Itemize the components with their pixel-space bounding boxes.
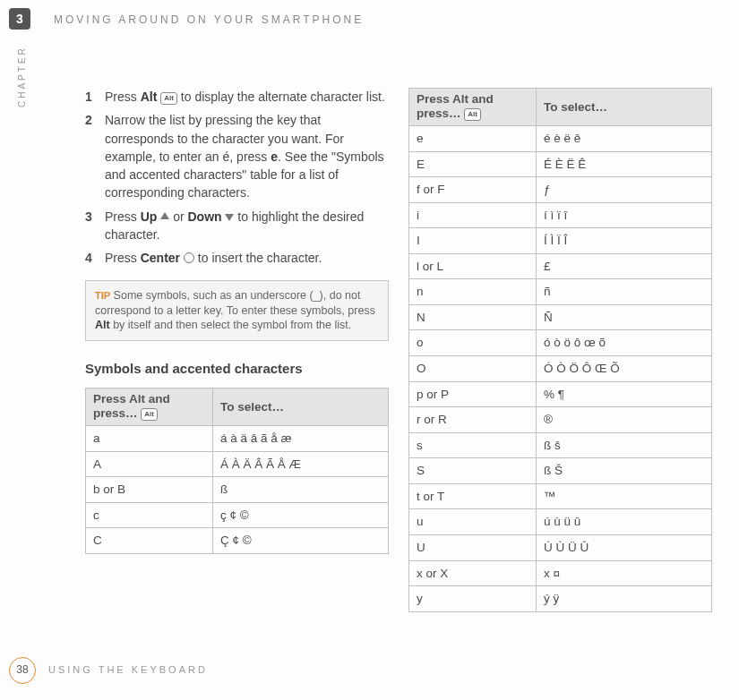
value-cell: ß Š bbox=[536, 458, 711, 484]
page-number: 38 bbox=[9, 657, 36, 684]
table-row: b or Bß bbox=[86, 477, 389, 503]
value-cell: ™ bbox=[536, 483, 711, 509]
key-cell: a bbox=[86, 426, 213, 452]
table-header-col1: Press Alt and press… Alt bbox=[86, 388, 213, 426]
key-cell: I bbox=[409, 228, 537, 254]
key-cell: A bbox=[86, 451, 213, 477]
key-cell: E bbox=[409, 151, 537, 177]
value-cell: ß bbox=[212, 477, 388, 503]
alt-key-icon: Alt bbox=[464, 108, 481, 121]
value-cell: ñ bbox=[536, 279, 711, 305]
step-number: 4 bbox=[85, 249, 105, 267]
value-cell: ® bbox=[536, 407, 711, 433]
step-text: Press Up or Down to highlight the desire… bbox=[105, 208, 389, 244]
value-cell: Í Ì Ï Î bbox=[536, 228, 711, 254]
table-row: aá à ä â ã å æ bbox=[86, 426, 389, 452]
value-cell: Ñ bbox=[536, 304, 711, 330]
down-icon bbox=[225, 214, 234, 221]
value-cell: é è ë ê bbox=[536, 125, 711, 151]
step-text: Press Alt Alt to display the alternate c… bbox=[105, 88, 389, 106]
key-cell: b or B bbox=[86, 477, 213, 503]
key-cell: y bbox=[409, 586, 537, 612]
table-row: ií ì ï î bbox=[409, 202, 712, 228]
step-item: 3Press Up or Down to highlight the desir… bbox=[85, 208, 389, 244]
value-cell: É È Ë Ê bbox=[536, 151, 711, 177]
key-cell: f or F bbox=[409, 177, 537, 203]
up-icon bbox=[160, 212, 169, 219]
chapter-badge: 3 bbox=[9, 8, 30, 30]
symbols-table-left: Press Alt and press… Alt To select… aá à… bbox=[85, 388, 389, 554]
table-row: AÁ À Ä Â Ã Å Æ bbox=[86, 451, 389, 477]
step-item: 4Press Center to insert the character. bbox=[85, 249, 389, 267]
value-cell: ç ¢ © bbox=[212, 502, 388, 528]
chapter-label: CHAPTER bbox=[16, 46, 30, 107]
value-cell: Ç ¢ © bbox=[212, 528, 388, 554]
table-row: oó ò ö ô œ õ bbox=[409, 330, 712, 356]
tip-text: Some symbols, such as an underscore (_),… bbox=[95, 289, 375, 332]
value-cell: í ì ï î bbox=[536, 202, 711, 228]
tip-box: TIP Some symbols, such as an underscore … bbox=[85, 280, 389, 342]
step-item: 1Press Alt Alt to display the alternate … bbox=[85, 88, 389, 106]
footer: 38 USING THE KEYBOARD bbox=[9, 657, 208, 684]
footer-text: USING THE KEYBOARD bbox=[48, 663, 208, 678]
steps-list: 1Press Alt Alt to display the alternate … bbox=[85, 88, 389, 268]
table-row: yý ÿ bbox=[409, 586, 712, 612]
value-cell: ó ò ö ô œ õ bbox=[536, 330, 711, 356]
table-row: uú ù ü û bbox=[409, 509, 712, 535]
alt-key-icon: Alt bbox=[160, 92, 177, 105]
key-cell: l or L bbox=[409, 253, 537, 279]
key-cell: t or T bbox=[409, 483, 537, 509]
table-row: OÓ Ò Ö Ô Œ Õ bbox=[409, 356, 712, 382]
step-text: Press Center to insert the character. bbox=[105, 249, 389, 267]
table-row: CÇ ¢ © bbox=[86, 528, 389, 554]
key-cell: x or X bbox=[409, 560, 537, 586]
key-cell: u bbox=[409, 509, 537, 535]
subheading: Symbols and accented characters bbox=[85, 359, 389, 379]
value-cell: Á À Ä Â Ã Å Æ bbox=[212, 451, 388, 477]
table-row: r or R® bbox=[409, 407, 712, 433]
key-cell: S bbox=[409, 458, 537, 484]
table-row: nñ bbox=[409, 279, 712, 305]
table-header-col2: To select… bbox=[212, 388, 388, 426]
value-cell: á à ä â ã å æ bbox=[212, 426, 388, 452]
table-row: x or Xx ¤ bbox=[409, 560, 712, 586]
table-row: p or P% ¶ bbox=[409, 381, 712, 407]
key-cell: s bbox=[409, 432, 537, 458]
symbols-table-right: Press Alt and press… Alt To select… eé è… bbox=[408, 88, 712, 612]
running-head: MOVING AROUND ON YOUR SMARTPHONE bbox=[54, 13, 364, 28]
step-text: Narrow the list by pressing the key that… bbox=[105, 111, 389, 201]
value-cell: ß š bbox=[536, 432, 711, 458]
key-cell: O bbox=[409, 356, 537, 382]
table-row: sß š bbox=[409, 432, 712, 458]
value-cell: £ bbox=[536, 253, 711, 279]
table-row: EÉ È Ë Ê bbox=[409, 151, 712, 177]
key-cell: i bbox=[409, 202, 537, 228]
step-number: 1 bbox=[85, 88, 105, 106]
table-row: f or Fƒ bbox=[409, 177, 712, 203]
value-cell: ý ÿ bbox=[536, 586, 711, 612]
key-cell: N bbox=[409, 304, 537, 330]
key-cell: o bbox=[409, 330, 537, 356]
table-row: NÑ bbox=[409, 304, 712, 330]
value-cell: Ú Ù Ü Û bbox=[536, 534, 711, 560]
table-header-col2: To select… bbox=[536, 89, 711, 126]
key-cell: p or P bbox=[409, 381, 537, 407]
table-header-col1: Press Alt and press… Alt bbox=[409, 89, 537, 126]
step-number: 2 bbox=[85, 111, 105, 201]
key-cell: c bbox=[86, 502, 213, 528]
value-cell: ƒ bbox=[536, 177, 711, 203]
table-row: IÍ Ì Ï Î bbox=[409, 228, 712, 254]
table-row: Sß Š bbox=[409, 458, 712, 484]
table-row: UÚ Ù Ü Û bbox=[409, 534, 712, 560]
table-row: l or L£ bbox=[409, 253, 712, 279]
table-row: eé è ë ê bbox=[409, 125, 712, 151]
tip-label: TIP bbox=[95, 290, 110, 301]
value-cell: ú ù ü û bbox=[536, 509, 711, 535]
value-cell: x ¤ bbox=[536, 560, 711, 586]
key-cell: U bbox=[409, 534, 537, 560]
alt-key-icon: Alt bbox=[141, 408, 158, 421]
step-number: 3 bbox=[85, 208, 105, 244]
table-row: t or T™ bbox=[409, 483, 712, 509]
table-row: cç ¢ © bbox=[86, 502, 389, 528]
center-icon bbox=[184, 252, 194, 263]
